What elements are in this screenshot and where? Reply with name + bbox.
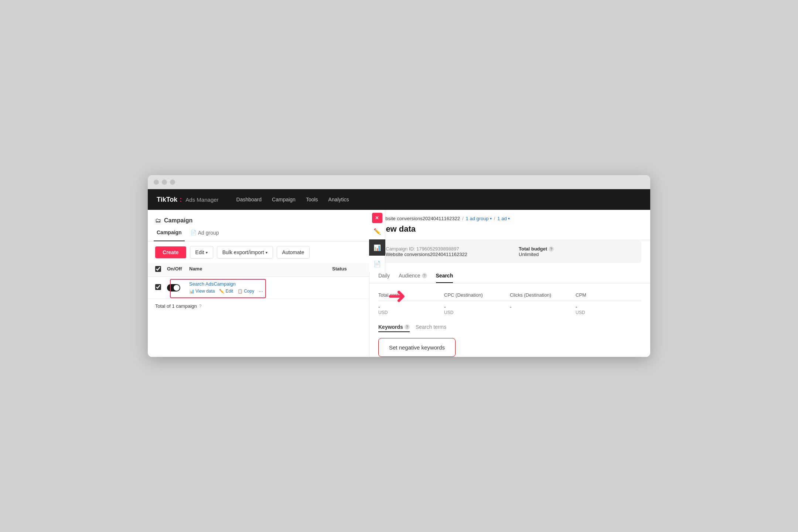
brand-subtitle: Ads Manager <box>185 197 218 203</box>
campaign-toggle[interactable] <box>167 284 180 291</box>
campaign-name-value: Website conversions20240411162322 <box>386 252 508 257</box>
row-checkbox-cell <box>155 284 167 291</box>
budget-value: Unlimited <box>519 252 634 257</box>
tab-audience[interactable]: Audience ? <box>399 269 427 283</box>
traffic-light-red <box>154 180 159 185</box>
table-header: On/Off Name Status <box>148 263 369 277</box>
arrow-annotation: ➜ <box>388 285 406 307</box>
main-content: 🗂 Campaign Campaign 📄 Ad group Create Ed… <box>148 210 650 357</box>
col-status: Status <box>332 266 362 273</box>
copy-icon: 📋 <box>238 289 243 294</box>
breadcrumb-ad-group-link[interactable]: 1 ad group ▾ <box>466 216 492 221</box>
traffic-light-green <box>170 180 175 185</box>
stats-data-row: - USD - USD - - USD <box>378 301 641 318</box>
window-chrome <box>148 175 650 189</box>
set-negative-keywords-button[interactable]: Set negative keywords <box>378 338 456 357</box>
breadcrumb-sep2: / <box>494 216 495 221</box>
edit-button[interactable]: Edit ▾ <box>190 246 213 259</box>
stats-col-cpm: CPM <box>576 292 641 298</box>
keywords-help-icon: ? <box>405 324 410 330</box>
right-panel-top: Website conversions20240411162322 / 1 ad… <box>369 210 650 240</box>
edit-link[interactable]: ✏️ Edit <box>219 289 233 294</box>
sidebar-pencil-button[interactable]: ✏️ <box>369 223 385 239</box>
budget-help-icon: ? <box>549 246 554 252</box>
row-name-cell: Search AdsCampaign 📊 View data ✏️ Edit <box>189 281 332 294</box>
stats-col-cpc: CPC (Destination) <box>444 292 510 298</box>
data-tabs: Daily Audience ? Search <box>369 269 650 283</box>
edit-dropdown-arrow: ▾ <box>206 250 208 255</box>
stats-header-row: Total cost CPC (Destination) Clicks (Des… <box>378 289 641 301</box>
keywords-tab-search-terms[interactable]: Search terms <box>416 324 446 332</box>
tab-campaign[interactable]: Campaign <box>154 224 185 241</box>
brand-tiktok: TikTok <box>157 196 177 204</box>
stats-val-cpc: - USD <box>444 304 510 315</box>
tab-search[interactable]: Search <box>436 269 453 283</box>
ad-group-dropdown-arrow: ▾ <box>490 216 492 221</box>
campaign-id-label: Campaign ID: 1796052939898897 <box>386 246 508 252</box>
row-checkbox[interactable] <box>155 284 161 290</box>
toggle-knob <box>174 285 180 291</box>
info-right: Total budget ? Unlimited <box>511 246 634 257</box>
stats-col-clicks: Clicks (Destination) <box>510 292 576 298</box>
nav-dashboard[interactable]: Dashboard <box>236 197 262 202</box>
brand-colon: : <box>180 196 182 204</box>
total-help-icon: ? <box>199 304 202 309</box>
nav-campaign[interactable]: Campaign <box>272 197 296 202</box>
ad-dropdown-arrow: ▾ <box>508 216 510 221</box>
brand-logo: TikTok: Ads Manager <box>157 196 219 204</box>
left-panel-title: Campaign <box>164 217 192 224</box>
bulk-export-button[interactable]: Bulk export/import ▾ <box>217 246 273 259</box>
nav-analytics[interactable]: Analytics <box>328 197 349 202</box>
stats-val-clicks: - <box>510 304 576 315</box>
view-data-link[interactable]: 📊 View data <box>189 289 215 294</box>
campaign-name[interactable]: Search AdsCampaign <box>189 281 332 287</box>
view-data-title: View data <box>378 224 641 234</box>
left-panel: 🗂 Campaign Campaign 📄 Ad group Create Ed… <box>148 210 369 357</box>
row-toggle-cell <box>167 284 189 291</box>
table-row: Search AdsCampaign 📊 View data ✏️ Edit <box>148 277 369 299</box>
document-icon: 📄 <box>374 260 381 267</box>
tab-ad-group[interactable]: 📄 Ad group <box>188 226 222 239</box>
total-row: Total of 1 campaign ? <box>148 299 369 313</box>
traffic-light-yellow <box>162 180 167 185</box>
col-name: Name <box>189 266 332 273</box>
nav-links: Dashboard Campaign Tools Analytics <box>236 197 349 202</box>
main-window: TikTok: Ads Manager Dashboard Campaign T… <box>148 175 650 357</box>
edit-icon: ✏️ <box>219 289 224 294</box>
breadcrumb-ad-link[interactable]: 1 ad ▾ <box>497 216 509 221</box>
col-checkbox <box>155 266 167 273</box>
breadcrumb-campaign-name: Website conversions20240411162322 <box>378 216 460 221</box>
info-card: Campaign ID: 1796052939898897 Website co… <box>378 240 641 263</box>
sidebar-icons: × ✏️ 📊 📄 <box>369 210 385 272</box>
copy-link[interactable]: 📋 Copy <box>238 289 254 294</box>
more-options-icon[interactable]: ··· <box>259 288 263 294</box>
automate-button[interactable]: Automate <box>277 246 310 259</box>
sidebar-chart-button[interactable]: 📊 <box>369 239 385 256</box>
left-panel-header: 🗂 Campaign <box>148 210 369 224</box>
close-panel-button[interactable]: × <box>372 213 382 223</box>
right-panel: Website conversions20240411162322 / 1 ad… <box>369 210 650 357</box>
keywords-tabs: Keywords ? Search terms <box>378 324 641 332</box>
toolbar: Create Edit ▾ Bulk export/import ▾ Autom… <box>148 242 369 263</box>
create-button[interactable]: Create <box>155 246 186 258</box>
breadcrumb: Website conversions20240411162322 / 1 ad… <box>378 216 641 221</box>
nav-tools[interactable]: Tools <box>306 197 318 202</box>
sidebar-doc-button[interactable]: 📄 <box>369 256 385 272</box>
top-nav: TikTok: Ads Manager Dashboard Campaign T… <box>148 189 650 210</box>
right-arrow-icon: ➜ <box>388 283 406 308</box>
stats-section: Total cost CPC (Destination) Clicks (Des… <box>369 289 650 324</box>
breadcrumb-sep1: / <box>462 216 464 221</box>
campaign-action-links: 📊 View data ✏️ Edit 📋 Copy ·· <box>189 288 332 294</box>
set-keywords-wrapper: Set negative keywords <box>378 338 456 357</box>
left-tab-bar: Campaign 📄 Ad group <box>148 224 369 242</box>
ad-group-tab-icon: 📄 <box>191 230 197 235</box>
folder-icon: 🗂 <box>155 217 161 224</box>
audience-help-icon: ? <box>422 273 427 278</box>
select-all-checkbox[interactable] <box>155 266 161 272</box>
budget-label: Total budget ? <box>519 246 634 252</box>
col-onoff: On/Off <box>167 266 189 273</box>
keywords-tab-keywords[interactable]: Keywords ? <box>378 324 410 332</box>
pencil-icon: ✏️ <box>374 228 381 235</box>
info-left: Campaign ID: 1796052939898897 Website co… <box>386 246 508 257</box>
chart-bar-icon: 📊 <box>374 244 381 251</box>
